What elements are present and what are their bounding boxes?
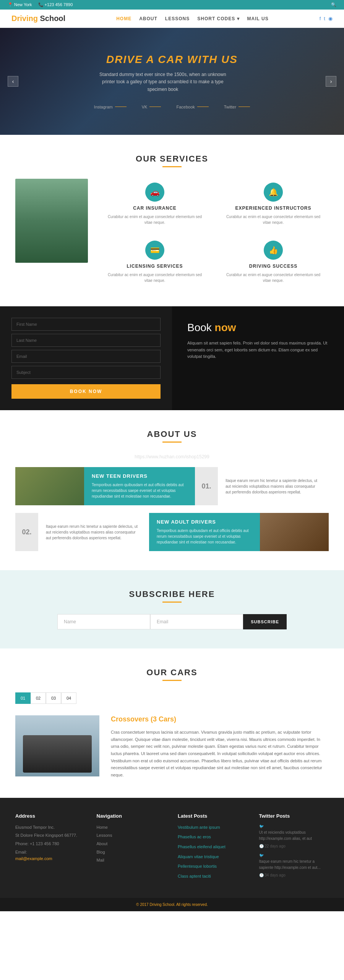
- footer-twitter: Twitter Posts 🐦 Ut et reiciendis volupta…: [259, 813, 329, 883]
- subscribe-button[interactable]: SUBSCRIBE: [243, 614, 287, 629]
- footer-address-title: Address: [15, 813, 85, 819]
- about-section: ABOUT US https://www.huzhan.com/ishop152…: [0, 410, 344, 570]
- header: Driving School HOME ABOUT LESSONS SHORT …: [0, 10, 344, 28]
- footer-post-4: Aliquam vitae tristique: [178, 854, 248, 860]
- service-licensing: 💳 LICENSING SERVICES Curabitur ac enim e…: [99, 237, 210, 287]
- about-card-adult-title: NEW ADULT DRIVERS: [157, 519, 252, 525]
- subscribe-name-input[interactable]: [57, 614, 150, 629]
- twitter-icon[interactable]: t: [324, 16, 325, 21]
- tweet2-date: 🕐 34 days ago: [259, 872, 329, 878]
- licensing-desc: Curabitur ac enim et augue consectetur e…: [103, 272, 206, 283]
- services-title: OUR SERVICES: [15, 154, 329, 164]
- hero-prev-arrow[interactable]: ‹: [8, 76, 18, 87]
- cars-tab-1[interactable]: 01: [15, 692, 31, 704]
- footer-post-6: Class aptent taciti: [178, 873, 248, 880]
- instructors-desc: Curabitur ac enim et augue consectetur e…: [222, 214, 325, 225]
- footer-address-email: Email: mail@example.com: [15, 849, 85, 862]
- nav-short-codes[interactable]: SHORT CODES ▾: [197, 16, 239, 21]
- footer: Address Eiusmod Tempor Inc. St Dolore Fl…: [0, 798, 344, 898]
- subject-field[interactable]: [11, 366, 161, 379]
- book-section: BOOK NOW Book now Aliquam sit amet sapie…: [0, 306, 344, 410]
- cars-tab-2[interactable]: 02: [31, 692, 46, 704]
- book-title-text: Book: [187, 322, 212, 333]
- car-insurance-name: CAR INSURANCE: [103, 205, 206, 211]
- footer-posts-title: Latest Posts: [178, 813, 248, 819]
- cars-info: Crossovers (3 Cars) Cras consectetuer te…: [111, 715, 329, 779]
- footer-nav-about[interactable]: About: [97, 841, 167, 847]
- footer-latest-posts: Latest Posts Vestibulum ante ipsum Phase…: [178, 813, 248, 883]
- about-underline: [162, 441, 182, 443]
- driving-success-desc: Curabitur ac enim et augue consectetur e…: [222, 272, 325, 283]
- hero-next-arrow[interactable]: ›: [326, 76, 336, 87]
- car-insurance-desc: Curabitur ac enim et augue consectetur e…: [103, 214, 206, 225]
- car-image: [15, 715, 99, 776]
- footer-nav-blog[interactable]: Blog: [97, 849, 167, 856]
- hero-twitter: Twitter: [224, 105, 250, 109]
- hero-content: DRIVE A CAR WITH US Standard dummy text …: [94, 53, 250, 109]
- car-insurance-icon: 🚗: [145, 183, 164, 202]
- about-text-1: Itaque earum rerum hic tenetur a sapient…: [218, 467, 329, 505]
- cars-title: OUR CARS: [15, 668, 329, 678]
- footer-tweet-2: 🐦 Itaque earum rerum hic tenetur a sapie…: [259, 853, 329, 878]
- footer-tweet-1: 🐦 Ut et reiciendis voluptatibus http://e…: [259, 824, 329, 849]
- watermark: https://www.huzhan.com/ishop15299: [15, 454, 329, 459]
- about-card-teen-text: Temporibus autem quibusdam et aut offici…: [92, 482, 187, 499]
- cars-tab-3[interactable]: 03: [46, 692, 61, 704]
- about-row-1: NEW TEEN DRIVERS Temporibus autem quibus…: [15, 467, 329, 505]
- cars-section: OUR CARS 01 02 03 04 Crossovers (3 Cars)…: [0, 648, 344, 798]
- top-bar: 📍 New York 📞 +123 456 7890 🔍: [0, 0, 344, 10]
- first-name-field[interactable]: [11, 318, 161, 331]
- service-driving-success: 👍 DRIVING SUCCESS Curabitur ac enim et a…: [218, 237, 329, 287]
- about-title: ABOUT US: [15, 429, 329, 439]
- hero-vk: VK: [142, 105, 161, 109]
- licensing-name: LICENSING SERVICES: [103, 264, 206, 269]
- rss-icon[interactable]: ◉: [328, 16, 333, 21]
- main-nav: HOME ABOUT LESSONS SHORT CODES ▾ MAIL US: [116, 16, 269, 21]
- services-grid: 🚗 CAR INSURANCE Curabitur ac enim et aug…: [99, 179, 329, 287]
- footer-bottom: © 2017 Driving School. All rights reserv…: [0, 898, 344, 911]
- email-field[interactable]: [11, 350, 161, 363]
- about-rows: NEW TEEN DRIVERS Temporibus autem quibus…: [15, 467, 329, 551]
- last-name-field[interactable]: [11, 334, 161, 347]
- about-card-adult-text: Temporibus autem quibusdam et aut offici…: [157, 528, 252, 545]
- facebook-icon[interactable]: f: [320, 16, 321, 21]
- hero-subtitle: Standard dummy text ever since the 1500s…: [94, 71, 232, 93]
- footer-post-5: Pellentesque lobortis: [178, 863, 248, 870]
- footer-nav-home[interactable]: Home: [97, 824, 167, 831]
- instructors-icon: 🔔: [264, 183, 283, 202]
- footer-address-phone: Phone: +1 123 456 780: [15, 841, 85, 847]
- logo-part2: School: [38, 14, 65, 23]
- subscribe-email-input[interactable]: [150, 614, 243, 629]
- subscribe-underline: [162, 602, 182, 603]
- cars-underline: [162, 680, 182, 681]
- footer-nav-lessons[interactable]: Lessons: [97, 832, 167, 839]
- footer-address-line2: St Dolore Flece Kingsport 66777.: [15, 832, 85, 839]
- hero-title: DRIVE A CAR WITH US: [94, 53, 250, 66]
- footer-navigation: Navigation Home Lessons About Blog Mail: [97, 813, 167, 883]
- footer-post-3: Phasellus eleifend aliquet: [178, 844, 248, 851]
- service-instructors: 🔔 EXPERIENCED INSTRUCTORS Curabitur ac e…: [218, 179, 329, 229]
- services-content: 🚗 CAR INSURANCE Curabitur ac enim et aug…: [15, 179, 329, 287]
- footer-email-link[interactable]: mail@example.com: [15, 855, 85, 862]
- tweet1-date: 🕐 22 days ago: [259, 843, 329, 849]
- footer-nav-mail[interactable]: Mail: [97, 857, 167, 864]
- book-title-highlight: now: [212, 322, 236, 333]
- about-num-2: 02.: [15, 513, 38, 551]
- hero-facebook: Facebook: [176, 105, 208, 109]
- search-icon[interactable]: 🔍: [331, 2, 336, 7]
- book-title: Book now: [187, 322, 329, 334]
- book-now-button[interactable]: BOOK NOW: [11, 384, 161, 399]
- hero-social-links: Instagram VK Facebook Twitter: [94, 105, 250, 109]
- services-underline: [162, 166, 182, 167]
- about-card-adult: NEW ADULT DRIVERS Temporibus autem quibu…: [149, 513, 260, 551]
- services-image: [15, 179, 88, 263]
- cars-tabs: 01 02 03 04: [15, 692, 329, 704]
- cars-tab-4[interactable]: 04: [61, 692, 76, 704]
- logo-part1: Driving: [11, 14, 38, 23]
- about-card-teen: NEW TEEN DRIVERS Temporibus autem quibus…: [84, 467, 195, 505]
- services-image-inner: [15, 179, 88, 263]
- nav-mail[interactable]: MAIL US: [247, 16, 269, 21]
- nav-about[interactable]: ABOUT: [139, 16, 157, 21]
- nav-lessons[interactable]: LESSONS: [165, 16, 190, 21]
- nav-home[interactable]: HOME: [116, 16, 131, 21]
